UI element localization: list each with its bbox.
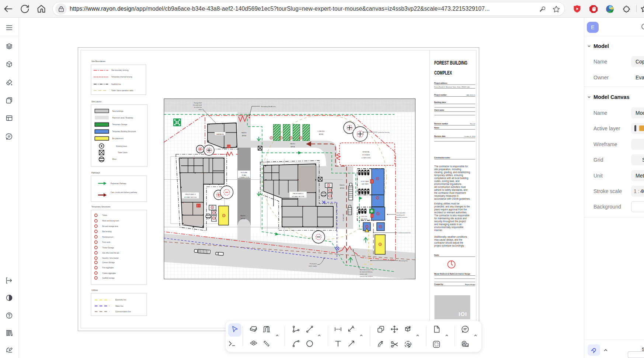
svg-text:Additionally, weather conditio: Additionally, weather conditions bbox=[434, 235, 467, 238]
svg-text:The contractor is responsible: The contractor is responsible for bbox=[434, 165, 468, 168]
svg-text:protective fencing: protective fencing bbox=[378, 131, 390, 133]
svg-text:AREA: AREA bbox=[340, 187, 344, 189]
svg-text:Scaffold storage: Scaffold storage bbox=[102, 277, 115, 279]
svg-text:CAR PARK: CAR PARK bbox=[361, 183, 369, 185]
svg-text:STORAGE: STORAGE bbox=[362, 154, 370, 156]
svg-text:ROAD: ROAD bbox=[242, 174, 246, 176]
svg-text:plans require approval from th: plans require approval from the bbox=[434, 208, 467, 211]
svg-text:Electricity line: Electricity line bbox=[399, 260, 408, 262]
svg-text:PAVED: PAVED bbox=[340, 184, 345, 186]
svg-text:Scale:: Scale: bbox=[434, 254, 439, 256]
svg-text:CAR PARK: CAR PARK bbox=[360, 218, 368, 220]
svg-text:Utilities: Utilities bbox=[91, 289, 98, 291]
svg-text:construction workers: construction workers bbox=[360, 275, 373, 277]
svg-text:manner.: manner. bbox=[434, 229, 443, 231]
svg-text:for material delivery,: for material delivery, bbox=[360, 271, 373, 273]
svg-text:Rayon.design: Rayon.design bbox=[465, 283, 476, 285]
svg-text:CAB-2024-01: CAB-2024-01 bbox=[466, 94, 476, 96]
svg-text:protected, and any changes to: protected, and any changes to the bbox=[434, 205, 470, 208]
svg-text:Notes:: Notes: bbox=[434, 127, 440, 129]
svg-text:Bar bending: Bar bending bbox=[102, 231, 112, 233]
svg-text:SITE STAFF: SITE STAFF bbox=[361, 180, 369, 182]
svg-text:New buildings: New buildings bbox=[112, 110, 123, 112]
svg-text:Coarse aggregate: Coarse aggregate bbox=[102, 272, 116, 274]
svg-text:PROPOSED 5: PROPOSED 5 bbox=[293, 193, 303, 195]
svg-text:close boarded: close boarded bbox=[396, 212, 405, 214]
svg-text:Bin placement: Bin placement bbox=[112, 138, 124, 140]
svg-text:lockable entrance: lockable entrance bbox=[396, 216, 408, 218]
svg-text:All construction activities mu: All construction activities must bbox=[434, 186, 466, 188]
svg-text:water supply: water supply bbox=[309, 265, 317, 267]
svg-text:FOREST BUILDING: FOREST BUILDING bbox=[434, 60, 467, 66]
svg-text:gates: gates bbox=[396, 218, 400, 220]
svg-text:the contractor must implement: the contractor must implement bbox=[434, 192, 466, 195]
svg-text:FUTURE: FUTURE bbox=[241, 172, 247, 173]
svg-text:Electricity line: Electricity line bbox=[115, 299, 126, 301]
svg-text:Site Boundaries: Site Boundaries bbox=[91, 60, 105, 62]
svg-text:Communication line: Communication line bbox=[115, 311, 131, 313]
svg-text:COMPLEX: COMPLEX bbox=[434, 70, 452, 76]
svg-text:architect or relevant authorit: architect or relevant authorities. bbox=[434, 211, 467, 214]
svg-text:Created by:: Created by: bbox=[434, 283, 444, 285]
svg-text:LOADING: LOADING bbox=[317, 130, 325, 132]
svg-text:Construction notes:: Construction notes: bbox=[434, 157, 450, 159]
svg-text:AREA: AREA bbox=[290, 146, 295, 148]
svg-text:Timber Storage: Timber Storage bbox=[102, 247, 114, 249]
svg-text:AREA: AREA bbox=[242, 135, 246, 137]
svg-text:adhere to safety standards, an: adhere to safety standards, and bbox=[434, 189, 467, 192]
svg-text:Temporary internal fencing: Temporary internal fencing bbox=[111, 76, 132, 78]
svg-text:Toilets: Toilets bbox=[102, 214, 108, 216]
svg-text:Pathways: Pathways bbox=[91, 172, 100, 174]
svg-text:Pedestrian Pathway: Pedestrian Pathway bbox=[111, 183, 126, 185]
svg-text:CONNECTION: CONNECTION bbox=[239, 176, 250, 178]
svg-text:Scaffold line: Scaffold line bbox=[111, 83, 121, 85]
svg-text:Existing trees: Existing trees bbox=[116, 145, 127, 147]
svg-text:The contractor is also respons: The contractor is also responsible bbox=[434, 214, 470, 217]
svg-text:Garage built: Garage built bbox=[194, 102, 202, 104]
svg-text:Security / time keeper: Security / time keeper bbox=[102, 257, 119, 259]
svg-text:Site boundary fencing: Site boundary fencing bbox=[111, 69, 129, 71]
svg-text:Temporary Storage: Temporary Storage bbox=[112, 124, 128, 125]
svg-text:AREA: AREA bbox=[319, 133, 323, 135]
svg-text:compliance with all local buil: compliance with all local building bbox=[434, 177, 469, 180]
svg-text:security throughout the projec: security throughout the project bbox=[434, 220, 466, 223]
svg-text:Project address:: Project address: bbox=[434, 82, 448, 84]
svg-text:Building place:: Building place: bbox=[434, 101, 446, 103]
svg-text:first and used: first and used bbox=[193, 104, 202, 106]
svg-text:Revision date:: Revision date: bbox=[434, 135, 446, 137]
svg-text:Reinforcement: Reinforcement bbox=[102, 236, 114, 238]
svg-text:environmental regulations.: environmental regulations. bbox=[434, 183, 462, 186]
svg-text:GENERAL: GENERAL bbox=[362, 151, 370, 153]
svg-text:Cars, trucks and delivery path: Cars, trucks and delivery pathway bbox=[111, 192, 137, 193]
svg-text:ROADWAY: ROADWAY bbox=[342, 214, 344, 221]
svg-text:PROPOSED 3: PROPOSED 3 bbox=[185, 193, 196, 195]
svg-text:October 8, 2024: October 8, 2024 bbox=[464, 135, 476, 137]
svg-text:Tower crane: Tower crane bbox=[118, 152, 128, 154]
svg-text:Water line: Water line bbox=[115, 305, 123, 307]
svg-text:Master Bedroom & Bathroom Inte: Master Bedroom & Bathroom Interior Desig… bbox=[434, 273, 470, 275]
svg-text:STOREY BLOCK: STOREY BLOCK bbox=[184, 196, 197, 198]
svg-text:Mixer: Mixer bbox=[112, 158, 117, 160]
svg-text:VISITORS: VISITORS bbox=[361, 216, 367, 217]
svg-text:store: store bbox=[198, 109, 202, 110]
svg-text:Bin and storage area: Bin and storage area bbox=[102, 226, 118, 227]
svg-text:Pavement area / Roadway: Pavement area / Roadway bbox=[112, 117, 133, 119]
svg-text:Cement Storage: Cement Storage bbox=[102, 262, 115, 264]
svg-text:Project number: Project number bbox=[434, 94, 447, 96]
svg-text:STOREY BLOCK: STOREY BLOCK bbox=[292, 196, 304, 197]
svg-text:PAVED: PAVED bbox=[240, 215, 246, 217]
svg-text:Client name:: Client name: bbox=[434, 109, 445, 111]
svg-text:temporary utilities, ensuring: temporary utilities, ensuring bbox=[434, 174, 463, 177]
svg-text:environmentally responsible: environmentally responsible bbox=[434, 226, 464, 229]
svg-text:project schedule accordingly.: project schedule accordingly. bbox=[434, 244, 464, 247]
svg-text:Revision number: Revision number bbox=[434, 123, 448, 125]
svg-text:Fine aggregate: Fine aggregate bbox=[102, 267, 114, 269]
svg-text:Site office and first aid: Site office and first aid bbox=[102, 252, 119, 254]
svg-text:clearing, grading, and establi: clearing, grading, and establishing bbox=[434, 171, 470, 174]
svg-text:for maintaining site access an: for maintaining site access and bbox=[434, 217, 467, 220]
svg-text:Communication line: Communication line bbox=[398, 232, 411, 234]
svg-text:Forest Road 12, Mountain Town,: Forest Road 12, Mountain Town, State, 29… bbox=[434, 86, 470, 88]
svg-text:GARAGES: GARAGES bbox=[216, 133, 224, 135]
svg-text:codes, zoning laws, and: codes, zoning laws, and bbox=[434, 180, 460, 183]
svg-text:Site Layout: Site Layout bbox=[91, 100, 101, 103]
